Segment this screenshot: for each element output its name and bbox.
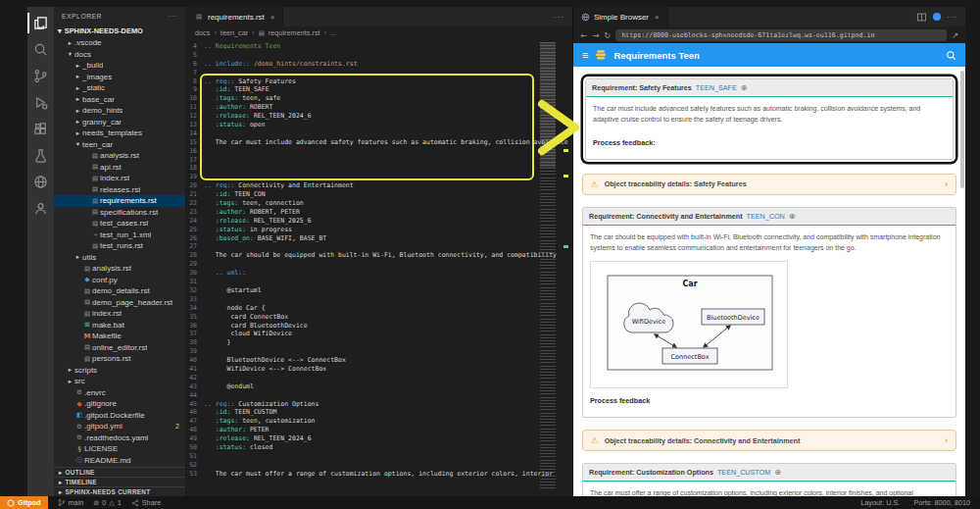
- code-line[interactable]: 24 :release: REL_TEEN_2025_6: [186, 217, 572, 226]
- tree-item-.gitpod.Dockerfile[interactable]: ◧.gitpod.Dockerfile: [54, 410, 185, 422]
- code-line[interactable]: 18: [186, 164, 572, 173]
- code-line[interactable]: 25 :status: in progress: [186, 226, 572, 234]
- tree-item-utils[interactable]: ▸utils: [54, 252, 185, 264]
- browser-preview-activity-icon[interactable]: [27, 169, 54, 195]
- close-icon[interactable]: ×: [655, 13, 660, 22]
- need-id-link[interactable]: TEEN_CUSTOM: [717, 468, 770, 477]
- expand-need-icon[interactable]: ⊕: [741, 83, 748, 92]
- code-line[interactable]: 30 .. uml::: [186, 269, 572, 278]
- tree-item-test_run_1.xml[interactable]: ‹›test_run_1.xml: [54, 229, 185, 241]
- tree-item-teen_car[interactable]: ▾teen_car: [54, 139, 185, 151]
- tree-item-Makefile[interactable]: MMakefile: [54, 331, 185, 342]
- workspace-root-row[interactable]: ▾ SPHINX-NEEDS-DEMO: [54, 25, 185, 37]
- code-line[interactable]: 53 The car must offer a range of customi…: [186, 470, 572, 479]
- tree-item-index.rst[interactable]: ▤index.rst: [54, 308, 185, 320]
- layout-indicator[interactable]: Layout: U.S.: [860, 498, 900, 507]
- code-line[interactable]: 35 card ConnectBox: [186, 313, 572, 322]
- tree-item-base_car[interactable]: ▸base_car: [54, 94, 185, 106]
- code-line[interactable]: 20.. req:: Connectivity and Entertainmen…: [186, 181, 572, 190]
- code-line[interactable]: 50 :status: closed: [186, 443, 572, 452]
- tree-item-src[interactable]: ▸src: [54, 376, 185, 387]
- code-line[interactable]: 32 @startuml: [186, 286, 572, 295]
- tab-requirements-rst[interactable]: ▤ requirements.rst ×: [186, 7, 283, 26]
- code-line[interactable]: 33: [186, 295, 572, 304]
- code-line[interactable]: 49 :release: REL_TEEN_2024_6: [186, 434, 572, 443]
- tree-item-test_runs.rst[interactable]: ▤test_runs.rst: [54, 240, 185, 252]
- explorer-activity-icon[interactable]: [27, 10, 54, 36]
- close-icon[interactable]: ×: [270, 13, 275, 22]
- run-debug-activity-icon[interactable]: [27, 89, 54, 116]
- code-line[interactable]: 11 :author: ROBERT: [186, 103, 572, 112]
- sphinx-needs-panel-header[interactable]: ▸ SPHINX-NEEDS CURRENT: [54, 486, 185, 496]
- testing-activity-icon[interactable]: [27, 142, 54, 169]
- traceability-admonition-connectivity[interactable]: ⚠ Object traceability details: Connectiv…: [582, 430, 956, 451]
- tree-item-online_editor.rst[interactable]: ▤online_editor.rst: [54, 342, 185, 354]
- code-line[interactable]: 42: [186, 374, 572, 382]
- tree-item-releases.rst[interactable]: ▤releases.rst: [54, 184, 185, 196]
- code-line[interactable]: 34 node Car {: [186, 304, 572, 313]
- tree-item-scripts[interactable]: ▸scripts: [54, 365, 185, 377]
- code-line[interactable]: 39: [186, 347, 572, 356]
- code-line[interactable]: 22 :tags: teen, connection: [186, 199, 572, 208]
- problems-indicator[interactable]: ⊘ 0 △ 1: [93, 498, 121, 507]
- code-line[interactable]: 21 :id: TEEN_CON: [186, 190, 572, 199]
- split-editor-icon[interactable]: [916, 12, 927, 23]
- code-line[interactable]: 7: [186, 69, 572, 77]
- tree-item-api.rst[interactable]: ▤api.rst: [54, 162, 185, 174]
- code-line[interactable]: 12 :release: REL_TEEN_2024_6: [186, 112, 572, 121]
- code-line[interactable]: 47 :tags: teen, customization: [186, 417, 572, 426]
- tree-item-.readthedocs.yaml[interactable]: ⚙.readthedocs.yaml: [54, 433, 185, 444]
- code-line[interactable]: 14: [186, 129, 572, 138]
- code-line[interactable]: 37 cloud WifiDevice: [186, 330, 572, 338]
- code-line[interactable]: 45.. req:: Customization Options: [186, 400, 572, 409]
- search-activity-icon[interactable]: [27, 36, 54, 63]
- code-line[interactable]: 46 :id: TEEN_CUSTOM: [186, 408, 572, 417]
- tree-item-docs[interactable]: ▾docs: [54, 49, 185, 61]
- editor-more-actions-icon[interactable]: ···: [554, 13, 564, 22]
- code-line[interactable]: 51: [186, 452, 572, 461]
- tree-item-granny_car[interactable]: ▸granny_car: [54, 117, 185, 128]
- expand-need-icon[interactable]: ⊕: [789, 212, 796, 221]
- need-id-link[interactable]: TEEN_SAFE: [696, 83, 737, 92]
- tree-item-.gitpod.yml[interactable]: ⚙.gitpod.yml2: [54, 421, 185, 433]
- code-line[interactable]: 15 The car must include advanced safety …: [186, 138, 572, 147]
- extensions-activity-icon[interactable]: [27, 116, 54, 142]
- tree-item-LICENSE[interactable]: §LICENSE: [54, 443, 185, 455]
- code-line[interactable]: 19: [186, 173, 572, 181]
- breadcrumb-item-file[interactable]: requirements.rst: [269, 28, 320, 37]
- breadcrumb-item-section[interactable]: ...: [330, 28, 336, 37]
- tree-item-make.bat[interactable]: ⊞make.bat: [54, 320, 185, 331]
- code-editor[interactable]: 4.. Requirements Teen56.. include:: /dem…: [186, 39, 572, 496]
- code-line[interactable]: 6.. include:: /demo_hints/constraints.rs…: [186, 60, 572, 69]
- tree-item-.gitignore[interactable]: ◆.gitignore: [54, 398, 185, 410]
- timeline-panel-header[interactable]: ▸ TIMELINE: [54, 477, 185, 486]
- url-input[interactable]: https://8000-useblocks-sphxneedsde-671ta…: [615, 29, 947, 41]
- code-line[interactable]: 43 @enduml: [186, 382, 572, 391]
- code-line[interactable]: 27: [186, 242, 572, 251]
- menu-icon[interactable]: ≡: [582, 49, 588, 61]
- gitpod-status-button[interactable]: Gitpod: [0, 496, 48, 509]
- code-line[interactable]: 44: [186, 391, 572, 400]
- tree-item-.vscode[interactable]: ▸.vscode: [54, 37, 185, 49]
- code-line[interactable]: 13 :status: open: [186, 121, 572, 129]
- code-line[interactable]: 10 :tags: teen, safe: [186, 94, 572, 103]
- tree-item-demo_hints[interactable]: ▸demo_hints: [54, 105, 185, 117]
- tree-item-persons.rst[interactable]: ▤persons.rst: [54, 353, 185, 365]
- tree-item-.envrc[interactable]: ⚙.envrc: [54, 387, 185, 399]
- code-line[interactable]: 8.. req:: Safety Features: [186, 77, 572, 86]
- breadcrumb-item-docs[interactable]: docs: [195, 28, 210, 37]
- code-line[interactable]: 41 WifiDevice <--> ConnectBox: [186, 365, 572, 374]
- code-line[interactable]: 31: [186, 278, 572, 286]
- code-line[interactable]: 17: [186, 156, 572, 165]
- tree-item-needs_templates[interactable]: ▸needs_templates: [54, 127, 185, 139]
- tree-item-conf.py[interactable]: ◆conf.py: [54, 275, 185, 286]
- tree-item-demo_page_header.rst[interactable]: ▤demo_page_header.rst: [54, 297, 185, 309]
- back-icon[interactable]: ←: [580, 30, 587, 40]
- account-avatar[interactable]: [933, 13, 941, 21]
- tree-item-index.rst[interactable]: ▤index.rst: [54, 173, 185, 184]
- code-line[interactable]: 9 :id: TEEN_SAFE: [186, 85, 572, 94]
- code-line[interactable]: 5: [186, 51, 572, 60]
- tree-item-analysis.rst[interactable]: ▤analysis.rst: [54, 150, 185, 162]
- expand-need-icon[interactable]: ⊕: [774, 468, 781, 477]
- code-line[interactable]: 28 The car should be equipped with built…: [186, 251, 572, 260]
